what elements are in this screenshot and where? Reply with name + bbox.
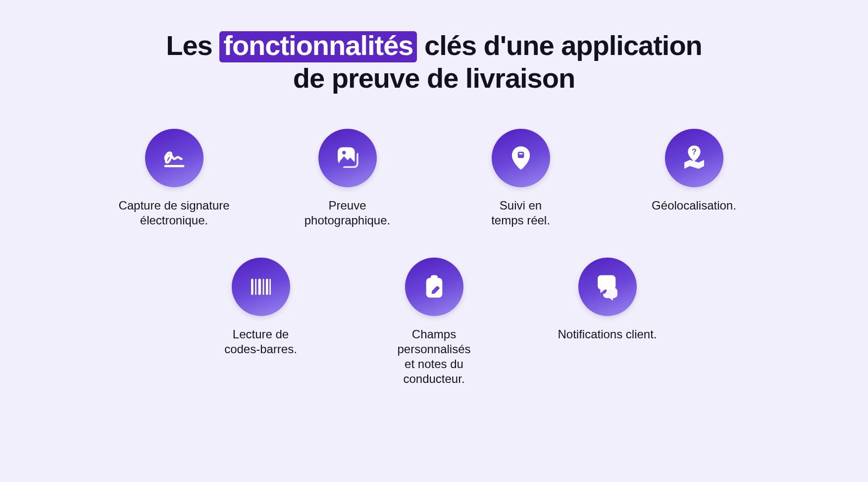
svg-rect-7 <box>255 279 256 295</box>
photo-icon <box>318 129 377 187</box>
svg-rect-9 <box>262 279 264 295</box>
svg-rect-10 <box>265 279 268 295</box>
svg-rect-11 <box>269 279 271 295</box>
feature-custom-fields: Champs personnalisés et notes du conduct… <box>375 258 494 386</box>
heading-highlight: fonctionnalités <box>219 31 417 62</box>
svg-rect-6 <box>251 279 254 295</box>
barcode-icon <box>232 258 290 316</box>
chat-icon <box>578 258 637 316</box>
features-grid: Capture de signature électronique. Preuv… <box>112 129 756 386</box>
svg-point-2 <box>342 151 346 155</box>
feature-label: Suivi en temps réel. <box>491 198 550 228</box>
svg-text:?: ? <box>692 147 697 156</box>
svg-rect-8 <box>258 279 260 295</box>
features-row-2: Lecture de codes-barres. Champs personna… <box>112 258 756 386</box>
feature-label: Champs personnalisés et notes du conduct… <box>375 327 494 386</box>
feature-barcode: Lecture de codes-barres. <box>202 258 320 386</box>
feature-label: Notifications client. <box>558 327 657 342</box>
feature-label: Lecture de codes-barres. <box>224 327 297 357</box>
features-row-1: Capture de signature électronique. Preuv… <box>112 129 756 228</box>
svg-rect-3 <box>517 152 524 159</box>
feature-notifications: Notifications client. <box>548 258 667 386</box>
feature-geolocation: ? Géolocalisation. <box>635 129 754 228</box>
map-question-icon: ? <box>665 129 723 187</box>
heading-pre: Les <box>166 30 219 61</box>
svg-rect-4 <box>519 153 522 155</box>
feature-signature: Capture de signature électronique. <box>115 129 234 228</box>
clipboard-edit-icon <box>405 258 463 316</box>
feature-label: Capture de signature électronique. <box>118 198 229 228</box>
feature-tracking: Suivi en temps réel. <box>461 129 580 228</box>
svg-rect-12 <box>426 278 442 298</box>
feature-label: Preuve photographique. <box>305 198 390 228</box>
feature-photo: Preuve photographique. <box>288 129 407 228</box>
svg-rect-13 <box>430 275 438 281</box>
pin-icon <box>492 129 550 187</box>
feature-label: Géolocalisation. <box>652 198 736 213</box>
signature-icon <box>145 129 204 187</box>
page-title: Les fonctionnalités clés d'une applicati… <box>166 30 702 94</box>
